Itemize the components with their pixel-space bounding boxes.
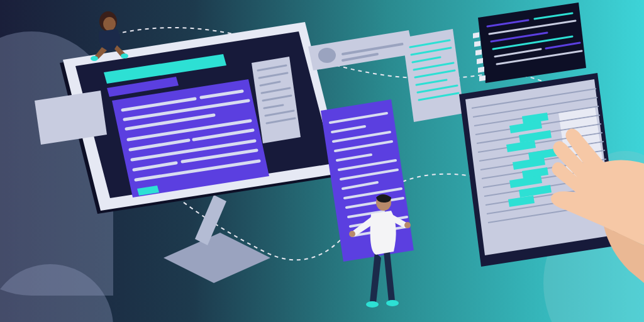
- svg-rect-87: [479, 75, 486, 82]
- svg-point-89: [103, 17, 116, 31]
- svg-point-92: [366, 301, 379, 308]
- svg-rect-86: [478, 67, 484, 73]
- svg-point-91: [121, 53, 128, 58]
- svg-rect-85: [477, 58, 483, 64]
- svg-point-95: [404, 222, 411, 228]
- monitor-stand-base: [164, 233, 270, 283]
- floating-doc-purple: [321, 99, 414, 262]
- svg-point-90: [91, 56, 98, 61]
- search-bar-circle: [318, 48, 336, 63]
- isometric-illustration: [0, 0, 644, 322]
- svg-point-93: [386, 300, 399, 306]
- svg-rect-82: [473, 32, 479, 38]
- svg-rect-84: [475, 50, 482, 56]
- svg-rect-83: [474, 41, 480, 47]
- svg-point-94: [349, 231, 355, 237]
